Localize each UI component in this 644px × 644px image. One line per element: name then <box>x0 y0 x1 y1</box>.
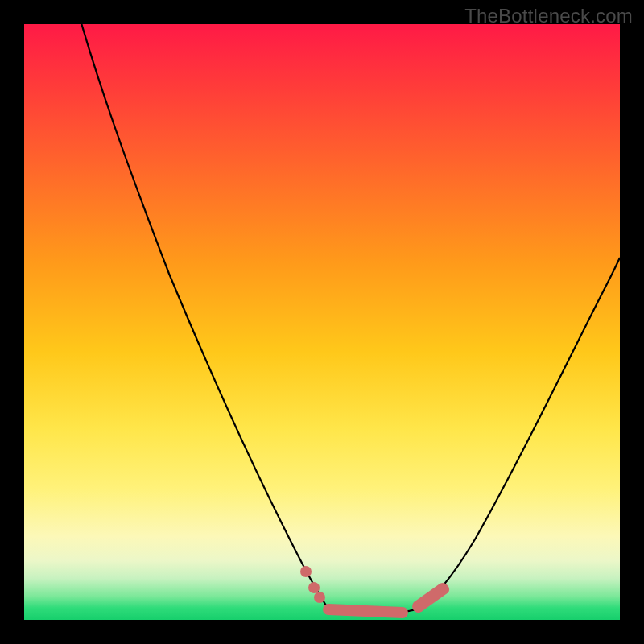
marker-pill-valley <box>323 604 408 618</box>
marker-dot <box>314 592 325 603</box>
marker-pill-right <box>412 583 449 613</box>
marker-dot <box>308 582 320 593</box>
curve-left-branch <box>72 24 326 605</box>
chart-frame: TheBottleneck.com <box>0 0 644 644</box>
curve-right-branch <box>419 258 620 609</box>
bottleneck-curve <box>24 24 620 620</box>
plot-area <box>24 24 620 620</box>
watermark-text: TheBottleneck.com <box>464 5 633 27</box>
marker-dot <box>300 566 312 577</box>
